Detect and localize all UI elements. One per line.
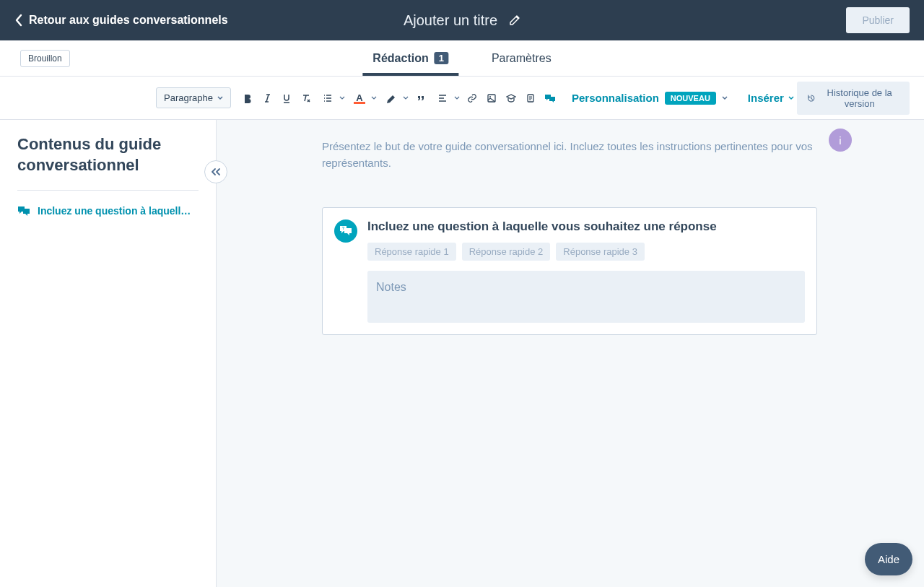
tab-redaction[interactable]: Rédaction 1	[372, 40, 448, 76]
app-header: Retour aux guides conversationnels Ajout…	[0, 0, 924, 40]
chevron-down-icon	[339, 96, 345, 100]
back-link[interactable]: Retour aux guides conversationnels	[14, 14, 228, 27]
text-color-bar	[354, 102, 365, 104]
history-icon	[807, 93, 815, 103]
list-dropdown[interactable]	[338, 96, 346, 100]
list-icon	[323, 93, 333, 103]
clear-format-button[interactable]	[298, 88, 315, 108]
intro-placeholder[interactable]: Présentez le but de votre guide conversa…	[322, 139, 813, 171]
align-button[interactable]	[432, 88, 453, 108]
question-card-icon: ?	[334, 219, 357, 243]
publish-button[interactable]: Publier	[846, 7, 910, 33]
paragraph-style-select[interactable]: Paragraphe	[156, 87, 231, 108]
underline-icon	[282, 93, 292, 103]
link-icon	[467, 93, 477, 103]
insert-button[interactable]: Insérer	[748, 92, 794, 104]
quick-answer-2[interactable]: Réponse rapide 2	[462, 243, 551, 261]
italic-icon	[262, 93, 272, 103]
highlight-button[interactable]	[381, 88, 401, 108]
image-button[interactable]	[484, 88, 500, 108]
sidebar-item-question[interactable]: Incluez une question à laquell…	[17, 205, 199, 217]
history-button[interactable]: Historique de la version	[797, 82, 910, 115]
tabs: Rédaction 1 Paramètres	[372, 40, 551, 76]
text-color-button[interactable]: A	[349, 88, 370, 108]
align-dropdown[interactable]	[453, 96, 461, 100]
knowledge-button[interactable]	[503, 88, 520, 108]
chevron-down-icon	[371, 96, 377, 100]
align-icon	[437, 93, 448, 103]
chevron-down-icon	[403, 96, 409, 100]
sidebar: Contenus du guide conversationnel Inclue…	[0, 120, 217, 587]
help-button[interactable]: Aide	[865, 543, 912, 575]
document-button[interactable]	[523, 88, 539, 108]
title-area: Ajouter un titre	[404, 12, 520, 29]
sidebar-item-label: Incluez une question à laquell…	[38, 205, 191, 217]
text-color-dropdown[interactable]	[370, 96, 378, 100]
question-card[interactable]: ? Incluez une question à laquelle vous s…	[322, 207, 817, 335]
link-button[interactable]	[464, 88, 481, 108]
graduation-icon	[506, 93, 516, 103]
editor-content[interactable]: i Présentez le but de votre guide conver…	[217, 120, 924, 587]
quick-answers: Réponse rapide 1 Réponse rapide 2 Répons…	[367, 243, 805, 261]
tab-redaction-label: Rédaction	[372, 52, 428, 65]
chevron-down-icon	[788, 96, 794, 100]
chevron-down-icon	[722, 96, 728, 100]
image-icon	[487, 93, 497, 103]
italic-button[interactable]	[259, 88, 276, 108]
history-label: Historique de la version	[819, 87, 899, 109]
clear-format-icon	[301, 93, 311, 103]
main-area: Contenus du guide conversationnel Inclue…	[0, 120, 924, 587]
notes-input[interactable]: Notes	[367, 271, 805, 323]
subheader: Brouillon Rédaction 1 Paramètres	[0, 40, 924, 77]
quick-answer-3[interactable]: Réponse rapide 3	[556, 243, 645, 261]
status-badge: Brouillon	[20, 50, 70, 67]
list-button[interactable]	[318, 88, 338, 108]
personalisation-label: Personnalisation	[572, 92, 659, 104]
chevron-down-icon	[217, 96, 223, 100]
quick-answer-1[interactable]: Réponse rapide 1	[367, 243, 456, 261]
highlight-dropdown[interactable]	[401, 96, 410, 100]
chevron-left-icon	[14, 14, 23, 27]
question-body: Incluez une question à laquelle vous sou…	[367, 219, 805, 323]
bold-icon	[243, 93, 253, 103]
chat-icon	[17, 205, 30, 217]
chat-button[interactable]	[542, 88, 559, 108]
personalisation-button[interactable]: Personnalisation NOUVEAU	[572, 92, 728, 105]
sidebar-title: Contenus du guide conversationnel	[17, 134, 199, 191]
highlight-icon	[386, 93, 396, 103]
edit-title-button[interactable]	[509, 14, 520, 26]
chat-bubbles-icon	[544, 93, 556, 103]
bold-button[interactable]	[240, 88, 256, 108]
page-title[interactable]: Ajouter un titre	[404, 12, 497, 29]
svg-text:?: ?	[342, 226, 344, 230]
insert-label: Insérer	[748, 92, 784, 104]
pencil-icon	[509, 14, 520, 26]
editor-toolbar: Paragraphe A Personnalisation NOUVEAU In…	[0, 77, 924, 120]
tab-redaction-badge: 1	[435, 52, 448, 64]
quote-icon	[416, 93, 426, 103]
paragraph-label: Paragraphe	[164, 92, 213, 103]
question-title[interactable]: Incluez une question à laquelle vous sou…	[367, 219, 805, 234]
underline-button[interactable]	[279, 88, 295, 108]
chevron-down-icon	[454, 96, 460, 100]
chat-question-icon: ?	[339, 225, 352, 237]
tab-parametres-label: Paramètres	[492, 52, 552, 65]
quote-button[interactable]	[413, 88, 430, 108]
svg-point-1	[489, 96, 491, 97]
back-label: Retour aux guides conversationnels	[29, 14, 228, 27]
tab-parametres[interactable]: Paramètres	[492, 40, 552, 76]
document-icon	[526, 93, 536, 103]
new-badge: NOUVEAU	[665, 92, 716, 105]
avatar[interactable]: i	[829, 129, 852, 152]
